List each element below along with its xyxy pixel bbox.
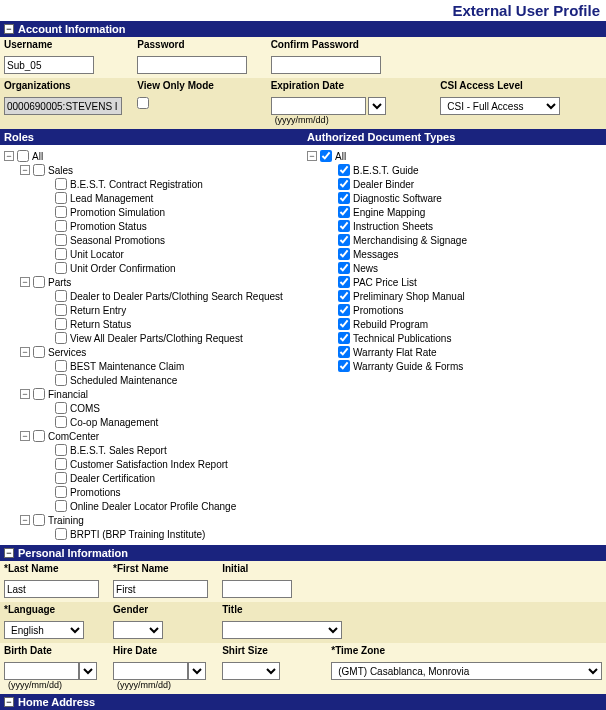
tree-toggle-icon[interactable]: − xyxy=(20,515,30,525)
tree-checkbox[interactable] xyxy=(55,486,67,498)
expiration-date-picker[interactable] xyxy=(368,97,386,115)
tree-checkbox[interactable] xyxy=(55,304,67,316)
roles-tree: −All−SalesB.E.S.T. Contract Registration… xyxy=(0,145,303,545)
tree-label: ComCenter xyxy=(48,431,99,442)
view-only-checkbox[interactable] xyxy=(137,97,149,109)
view-only-label: View Only Mode xyxy=(137,80,262,91)
password-label: Password xyxy=(137,39,262,50)
tree-checkbox[interactable] xyxy=(55,444,67,456)
tree-checkbox[interactable] xyxy=(33,388,45,400)
tree-checkbox[interactable] xyxy=(55,318,67,330)
tree-checkbox[interactable] xyxy=(33,164,45,176)
tree-toggle-icon[interactable]: − xyxy=(20,389,30,399)
lastname-label: *Last Name xyxy=(4,563,105,574)
personal-section-title: Personal Information xyxy=(18,547,128,559)
tree-checkbox[interactable] xyxy=(55,192,67,204)
hire-input[interactable] xyxy=(113,662,188,680)
tree-checkbox[interactable] xyxy=(55,262,67,274)
tree-checkbox[interactable] xyxy=(55,234,67,246)
page-title: External User Profile xyxy=(0,0,606,21)
tree-checkbox[interactable] xyxy=(338,360,350,372)
language-select[interactable]: English xyxy=(4,621,84,639)
tree-checkbox[interactable] xyxy=(33,346,45,358)
tree-checkbox[interactable] xyxy=(55,290,67,302)
tree-row: Dealer to Dealer Parts/Clothing Search R… xyxy=(40,289,299,303)
docs-title: Authorized Document Types xyxy=(303,129,606,145)
tree-toggle-icon[interactable]: − xyxy=(4,151,14,161)
tree-checkbox[interactable] xyxy=(33,514,45,526)
tree-checkbox[interactable] xyxy=(338,178,350,190)
tree-row: B.E.S.T. Guide xyxy=(323,163,602,177)
gender-select[interactable] xyxy=(113,621,163,639)
tree-checkbox[interactable] xyxy=(17,150,29,162)
tree-checkbox[interactable] xyxy=(338,206,350,218)
tree-checkbox[interactable] xyxy=(55,248,67,260)
tree-checkbox[interactable] xyxy=(338,234,350,246)
personal-section-header: − Personal Information xyxy=(0,545,606,561)
tree-checkbox[interactable] xyxy=(55,220,67,232)
tree-label: COMS xyxy=(70,403,100,414)
collapse-icon[interactable]: − xyxy=(4,548,14,558)
tree-checkbox[interactable] xyxy=(338,318,350,330)
organizations-input[interactable] xyxy=(4,97,122,115)
tree-checkbox[interactable] xyxy=(55,360,67,372)
tree-checkbox[interactable] xyxy=(33,430,45,442)
tree-checkbox[interactable] xyxy=(338,220,350,232)
tree-label: B.E.S.T. Sales Report xyxy=(70,445,167,456)
tree-checkbox[interactable] xyxy=(338,304,350,316)
lastname-input[interactable] xyxy=(4,580,99,598)
tree-checkbox[interactable] xyxy=(55,416,67,428)
tree-label: Training xyxy=(48,515,84,526)
confirm-password-input[interactable] xyxy=(271,56,381,74)
tree-row: Warranty Flat Rate xyxy=(323,345,602,359)
birth-input[interactable] xyxy=(4,662,79,680)
tree-row: Unit Order Confirmation xyxy=(40,261,299,275)
tree-label: Lead Management xyxy=(70,193,153,204)
birth-picker[interactable] xyxy=(79,662,97,680)
csi-select[interactable]: CSI - Full Access xyxy=(440,97,560,115)
expiration-input[interactable] xyxy=(271,97,366,115)
tree-row: Diagnostic Software xyxy=(323,191,602,205)
tree-checkbox[interactable] xyxy=(338,332,350,344)
tree-checkbox[interactable] xyxy=(55,178,67,190)
tree-label: Diagnostic Software xyxy=(353,193,442,204)
tree-checkbox[interactable] xyxy=(55,374,67,386)
username-input[interactable] xyxy=(4,56,94,74)
tree-toggle-icon[interactable]: − xyxy=(20,431,30,441)
tree-checkbox[interactable] xyxy=(55,332,67,344)
tree-row: COMS xyxy=(40,401,299,415)
tree-checkbox[interactable] xyxy=(338,276,350,288)
tree-label: Warranty Flat Rate xyxy=(353,347,437,358)
tree-toggle-icon[interactable]: − xyxy=(20,347,30,357)
tree-toggle-icon[interactable]: − xyxy=(20,277,30,287)
tree-checkbox[interactable] xyxy=(55,402,67,414)
tree-toggle-icon[interactable]: − xyxy=(307,151,317,161)
initial-input[interactable] xyxy=(222,580,292,598)
tree-checkbox[interactable] xyxy=(338,248,350,260)
timezone-select[interactable]: (GMT) Casablanca, Monrovia xyxy=(331,662,602,680)
shirt-select[interactable] xyxy=(222,662,280,680)
tree-checkbox[interactable] xyxy=(320,150,332,162)
collapse-icon[interactable]: − xyxy=(4,697,14,707)
tree-label: BRPTI (BRP Training Institute) xyxy=(70,529,205,540)
tree-checkbox[interactable] xyxy=(338,164,350,176)
title-select[interactable] xyxy=(222,621,342,639)
tree-toggle-icon[interactable]: − xyxy=(20,165,30,175)
tree-checkbox[interactable] xyxy=(55,206,67,218)
tree-checkbox[interactable] xyxy=(55,458,67,470)
tree-checkbox[interactable] xyxy=(338,290,350,302)
tree-checkbox[interactable] xyxy=(55,472,67,484)
tree-checkbox[interactable] xyxy=(55,528,67,540)
collapse-icon[interactable]: − xyxy=(4,24,14,34)
tree-checkbox[interactable] xyxy=(338,346,350,358)
hire-picker[interactable] xyxy=(188,662,206,680)
tree-checkbox[interactable] xyxy=(33,276,45,288)
tree-checkbox[interactable] xyxy=(55,500,67,512)
tree-checkbox[interactable] xyxy=(338,262,350,274)
tree-label: News xyxy=(353,263,378,274)
password-input[interactable] xyxy=(137,56,247,74)
tree-checkbox[interactable] xyxy=(338,192,350,204)
firstname-input[interactable] xyxy=(113,580,208,598)
tree-label: Preliminary Shop Manual xyxy=(353,291,465,302)
tree-row: −Training xyxy=(20,513,299,527)
